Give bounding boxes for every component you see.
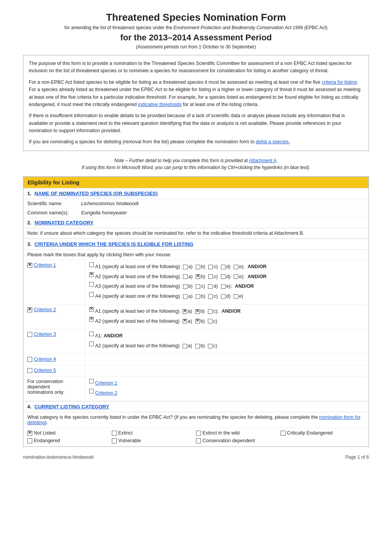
cons-dep-criterion2-link[interactable]: Criterion 2 — [95, 389, 118, 398]
c1a2b-checkbox[interactable] — [196, 274, 200, 279]
subtitle-prefix: for amending the list of threatened spec… — [65, 25, 174, 30]
criterion1-checkbox[interactable] — [27, 263, 32, 268]
c3a2b-checkbox[interactable] — [195, 344, 200, 348]
section4-title-row: 4. CURRENT LISTING CATEGORY — [23, 401, 369, 412]
c2a1c-checkbox[interactable] — [208, 309, 213, 314]
c1a4b-checkbox[interactable] — [196, 294, 200, 299]
criteria-table: Criterion 1 A1 (specify at least one of … — [23, 260, 369, 401]
c1a2d-checkbox[interactable] — [221, 274, 226, 279]
footer-left: nomination-bolemoreus-hindwoodi — [23, 454, 93, 460]
c2a2-checkbox[interactable] — [89, 317, 94, 322]
cons-dependent-checkbox[interactable] — [196, 438, 201, 443]
c1a1c-checkbox[interactable] — [208, 265, 213, 269]
c1a3c-checkbox[interactable] — [196, 284, 200, 289]
criterion5-cell: Criterion 5 — [23, 365, 85, 376]
section4: 4. CURRENT LISTING CATEGORY What categor… — [23, 401, 369, 446]
section2-title-link[interactable]: NOMINATED CATEGORY — [35, 220, 94, 226]
section4-num: 4. — [27, 404, 32, 410]
endangered-label: Endangered — [34, 438, 60, 443]
c1a2a-checkbox[interactable] — [183, 274, 188, 279]
c1a3-checkbox[interactable] — [89, 282, 94, 287]
c1a1b-checkbox[interactable] — [196, 265, 200, 269]
cons-dep-criterion1-link[interactable]: Criterion 1 — [95, 379, 118, 388]
not-listed-label: Not Listed — [34, 430, 55, 436]
footer-right: Page 1 of 6 — [345, 454, 369, 460]
endangered-checkbox[interactable] — [27, 438, 32, 443]
current-listing-note: What category is the species currently l… — [23, 412, 369, 428]
c1a4-checkbox[interactable] — [89, 292, 94, 297]
criterion3-options: A1; AND/OR A2 (specify at least two of t… — [85, 329, 369, 354]
c2a2b-checkbox[interactable] — [195, 319, 200, 323]
attachment-a-link[interactable]: Attachment A — [249, 158, 277, 163]
scientific-name-row: Scientific name: Lichenostomus hindwoodi — [23, 199, 369, 208]
cons-dependent-label: Conservation dependent — [203, 438, 255, 443]
section1-title-link[interactable]: NAME OF NOMINATED SPECIES (OR SUBSPECIES… — [35, 191, 158, 196]
criterion4-link[interactable]: Criterion 4 — [34, 357, 56, 362]
c1a2c-checkbox[interactable] — [208, 274, 213, 279]
extinct-checkbox[interactable] — [112, 431, 117, 436]
conservation-dependent-options: Criterion 1 Criterion 2 — [85, 376, 369, 401]
not-listed-checkbox[interactable] — [27, 431, 32, 436]
section3-num: 3. — [27, 241, 32, 247]
c1a3e-checkbox[interactable] — [221, 284, 226, 289]
intro-box: The purpose of this form is to provide a… — [23, 55, 369, 151]
criterion1-link[interactable]: Criterion 1 — [34, 262, 56, 268]
c1a2-checkbox[interactable] — [89, 272, 94, 277]
c2a1b-checkbox[interactable] — [195, 309, 200, 314]
criterion4-checkbox[interactable] — [27, 357, 32, 362]
cons-dep-c1-checkbox[interactable] — [89, 379, 94, 383]
section3-title-link[interactable]: CRITERIA UNDER WHICH THE SPECIES IS ELIG… — [35, 241, 193, 247]
c3a2-checkbox[interactable] — [89, 342, 94, 346]
common-name-label: Common name(s): — [27, 210, 73, 216]
conservation-dependent-row: For conservation dependent nominations o… — [23, 376, 369, 401]
c3a2c-checkbox[interactable] — [208, 344, 213, 348]
criterion3-link[interactable]: Criterion 3 — [34, 332, 56, 337]
extinct-in-wild-label: Extinct in the wild — [203, 430, 240, 436]
section2-note: Note: if unsure about which category the… — [23, 228, 369, 239]
criterion5-link[interactable]: Criterion 5 — [34, 368, 56, 373]
cons-dep-c2-checkbox[interactable] — [89, 389, 94, 393]
scientific-name-value: Lichenostomus hindwoodi — [81, 201, 139, 206]
delist-link[interactable]: delist a species. — [256, 139, 290, 144]
extinct-in-wild-checkbox[interactable] — [196, 431, 201, 436]
indicative-thresholds-link[interactable]: indicative thresholds — [138, 102, 181, 107]
subtitle-line: for amending the list of threatened spec… — [23, 25, 369, 30]
c3a1-checkbox[interactable] — [89, 332, 94, 336]
c1a3d-checkbox[interactable] — [208, 284, 213, 289]
c1a1d-checkbox[interactable] — [221, 265, 226, 269]
criterion2-link[interactable]: Criterion 2 — [34, 307, 56, 312]
criterion2-cell: Criterion 2 — [23, 304, 85, 329]
c3a2a-checkbox[interactable] — [183, 344, 187, 348]
section4-title-link[interactable]: CURRENT LISTING CATEGORY — [35, 404, 109, 410]
criterion4-options — [85, 354, 369, 365]
criterion4-row: Criterion 4 — [23, 354, 369, 365]
c1a4e-checkbox[interactable] — [234, 294, 238, 299]
crit-endangered-label: Critically Endangered — [287, 430, 333, 436]
c2a1-checkbox[interactable] — [89, 307, 94, 312]
vulnerable-checkbox[interactable] — [112, 438, 117, 443]
c1a3b-checkbox[interactable] — [183, 284, 188, 289]
cons-dep-label-line2: nominations only: — [27, 390, 81, 395]
criterion3-checkbox[interactable] — [27, 332, 32, 337]
criterion2-row: Criterion 2 A1 (specify at least two of … — [23, 304, 369, 329]
c2a2c-checkbox[interactable] — [208, 319, 213, 323]
scientific-name-label: Scientific name: — [27, 201, 73, 206]
criterion4-cell: Criterion 4 — [23, 354, 85, 365]
criterion2-checkbox[interactable] — [27, 307, 32, 312]
c1a4c-checkbox[interactable] — [208, 294, 213, 299]
c1a1e-checkbox[interactable] — [234, 265, 238, 269]
intro-para4: If you are nominating a species for deli… — [29, 138, 363, 146]
section3-title-row: 3. CRITERIA UNDER WHICH THE SPECIES IS E… — [23, 239, 369, 250]
common-name-value: Eungella honeyeater — [81, 210, 127, 216]
c1a4d-checkbox[interactable] — [221, 294, 226, 299]
c1a2e-checkbox[interactable] — [234, 274, 238, 279]
crit-endangered-checkbox[interactable] — [281, 431, 286, 436]
c1a4a-checkbox[interactable] — [183, 294, 188, 299]
c1a1-checkbox[interactable] — [89, 262, 94, 267]
period-title: for the 2013–2014 Assessment Period — [23, 33, 369, 43]
c2a1a-checkbox[interactable] — [183, 309, 187, 314]
c2a2a-checkbox[interactable] — [183, 319, 187, 323]
criterion5-checkbox[interactable] — [27, 368, 32, 373]
c1a1a-checkbox[interactable] — [183, 265, 188, 269]
criteria-for-listing-link[interactable]: criteria for listing — [322, 80, 357, 85]
